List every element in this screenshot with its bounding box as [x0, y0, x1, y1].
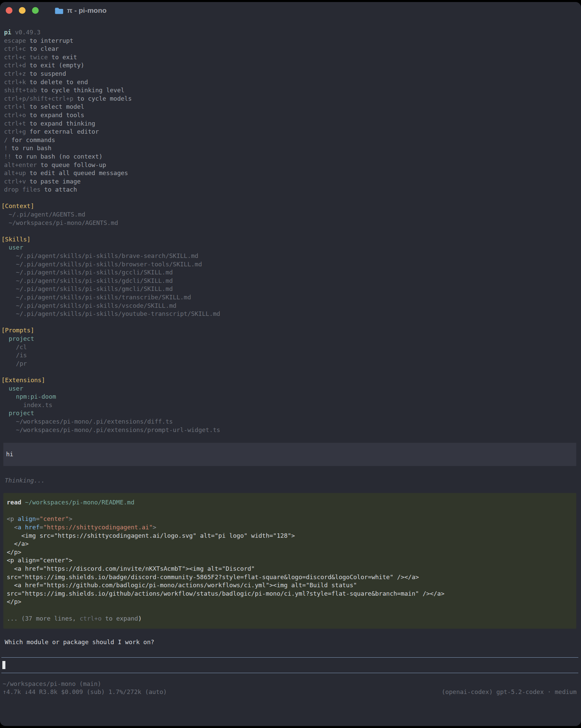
shortcut-keys: ctrl+g [4, 128, 26, 135]
shortcut-keys: ctrl+d [4, 61, 26, 69]
text-segment: </p> [7, 598, 21, 605]
shortcut-desc: to suspend [26, 70, 66, 77]
tool-call-header: read~/workspaces/pi-mono/README.md [7, 498, 573, 507]
shortcut-desc: to cycle thinking level [37, 86, 125, 94]
shortcut-line: alt+upto edit all queued messages [4, 169, 578, 178]
shortcut-keys: alt+up [4, 170, 26, 177]
text-segment: <p [7, 515, 18, 522]
shortcut-keys: ctrl+z [4, 70, 26, 77]
context-header: [Context] [1, 202, 578, 210]
zoom-button[interactable] [32, 7, 39, 14]
prompts-section: [Prompts] project /cl /is /pr [1, 326, 578, 368]
prompt-item: /is [1, 351, 578, 360]
shortcut-line: ctrl+tto expand thinking [4, 120, 578, 128]
status-bar: ~/workspaces/pi-mono (main) ↑4.7k ↓44 R3… [3, 680, 577, 696]
context-section: [Context] ~/.pi/agent/AGENTS.md ~/worksp… [1, 202, 578, 227]
shortcut-line: !to run bash [4, 144, 578, 153]
text-segment: align [18, 515, 36, 522]
context-path: ~/.pi/agent/AGENTS.md [1, 210, 578, 219]
shortcut-line: ctrl+p/shift+ctrl+pto cycle models [4, 95, 578, 103]
skill-path: ~/.pi/agent/skills/pi-skills/youtube-tra… [1, 310, 578, 318]
skills-group-label: user [1, 243, 578, 252]
extension-item: npm:pi-doom [1, 393, 578, 401]
extensions-header: [Extensions] [1, 376, 578, 385]
shortcut-line: ctrl+c twiceto exit [4, 53, 578, 61]
text-cursor [2, 661, 5, 669]
shortcut-keys: ctrl+k [4, 78, 26, 85]
shortcut-desc: to expand thinking [26, 120, 95, 127]
shortcut-line: ctrl+lto select model [4, 103, 578, 111]
shortcut-desc: to select model [26, 103, 84, 110]
shortcut-desc: to clear [26, 45, 59, 52]
tool-arg-path: ~/workspaces/pi-mono/README.md [21, 499, 134, 506]
shortcut-line: shift+tabto cycle thinking level [4, 86, 578, 95]
code-line: <p align="center"> [7, 515, 573, 523]
shortcut-line: ctrl+gfor external editor [4, 128, 578, 136]
minimize-button[interactable] [19, 7, 26, 14]
app-version: v0.49.3 [11, 29, 41, 36]
text-segment: <a href="https://github.com/badlogic/pi-… [7, 581, 357, 589]
text-segment: <a href="https://discord.com/invite/nKXT… [7, 565, 255, 572]
extension-path: ~/workspaces/pi-mono/.pi/extensions/prom… [1, 426, 578, 434]
text-segment: > [153, 524, 157, 531]
shortcut-desc: to interrupt [26, 37, 73, 44]
prompt-input[interactable] [1, 657, 578, 673]
shortcut-keys: ctrl+c [4, 45, 26, 52]
code-line: <a href="https://shittycodingagent.ai"> [7, 523, 573, 532]
skill-path: ~/.pi/agent/skills/pi-skills/vscode/SKIL… [1, 302, 578, 310]
app-name: pi [4, 29, 11, 36]
shortcut-desc: to exit (empty) [26, 61, 84, 69]
shortcut-keys: shift+tab [4, 86, 37, 94]
tool-call-block: read~/workspaces/pi-mono/README.md <p al… [3, 493, 576, 629]
text-segment: ... (37 more lines, [7, 615, 80, 622]
text-segment: "center" [40, 515, 69, 522]
code-line: </a> [7, 540, 573, 548]
shortcut-desc: to run bash [8, 145, 52, 152]
shortcut-desc: to cycle models [73, 95, 132, 102]
shortcut-keys: ctrl+c twice [4, 54, 48, 61]
shortcut-line: ctrl+kto delete to end [4, 78, 578, 86]
code-line: <p align="center"> [7, 556, 573, 565]
terminal-output: piv0.49.3 escapeto interrupt ctrl+cto cl… [0, 19, 581, 696]
code-line: <img src="https://shittycodingagent.ai/l… [7, 532, 573, 540]
shortcut-keys: !! [4, 153, 11, 160]
shortcut-desc: to expand tools [26, 111, 84, 119]
shortcut-line: alt+enterto queue follow-up [4, 161, 578, 170]
shortcut-desc: to exit [48, 54, 77, 61]
code-line: <a href="https://discord.com/invite/nKXT… [7, 565, 573, 573]
skill-path: ~/.pi/agent/skills/pi-skills/browser-too… [1, 260, 578, 269]
text-segment: > [69, 515, 72, 522]
text-segment: = [40, 524, 44, 531]
shortcut-line: !!to run bash (no context) [4, 153, 578, 161]
extensions-user-group-label: user [1, 385, 578, 393]
model-indicator: (openai-codex) gpt-5.2-codex · medium [442, 688, 577, 696]
shortcut-line: ctrl+vto paste image [4, 178, 578, 186]
shortcut-keys: ctrl+p/shift+ctrl+p [4, 95, 73, 102]
extension-path: ~/workspaces/pi-mono/.pi/extensions/diff… [1, 418, 578, 426]
text-segment: </a> [7, 540, 29, 547]
shortcut-keys: alt+enter [4, 161, 37, 168]
shortcut-desc: to edit all queued messages [26, 170, 128, 177]
shortcut-keys: ctrl+l [4, 103, 26, 110]
code-line: </p> [7, 548, 573, 556]
code-line: src="https://img.shields.io/github/actio… [7, 590, 573, 598]
extensions-project-group-label: project [1, 409, 578, 418]
close-button[interactable] [6, 7, 12, 14]
titlebar: π - pi-mono [0, 2, 581, 19]
shortcut-line: ctrl+dto exit (empty) [4, 61, 578, 70]
user-message: hi [3, 443, 576, 466]
tool-output-code: <p align="center"> <a href="https://shit… [7, 515, 573, 606]
folder-icon [55, 7, 63, 14]
text-segment: src="https://img.shields.io/badge/discor… [7, 573, 419, 580]
shortcut-keys: escape [4, 37, 26, 44]
text-segment: ) [138, 615, 142, 622]
context-path: ~/workspaces/pi-mono/AGENTS.md [1, 219, 578, 227]
truncation-notice: ... (37 more lines, ctrl+o to expand) [7, 615, 573, 623]
shortcut-desc: to run bash (no context) [11, 153, 103, 160]
prompts-group-label: project [1, 335, 578, 343]
text-segment: </p> [7, 548, 21, 555]
shortcut-keys: drop files [4, 186, 41, 193]
shortcut-keys: / [4, 136, 8, 144]
shortcut-line: ctrl+cto clear [4, 45, 578, 53]
help-block: piv0.49.3 escapeto interrupt ctrl+cto cl… [4, 28, 578, 194]
